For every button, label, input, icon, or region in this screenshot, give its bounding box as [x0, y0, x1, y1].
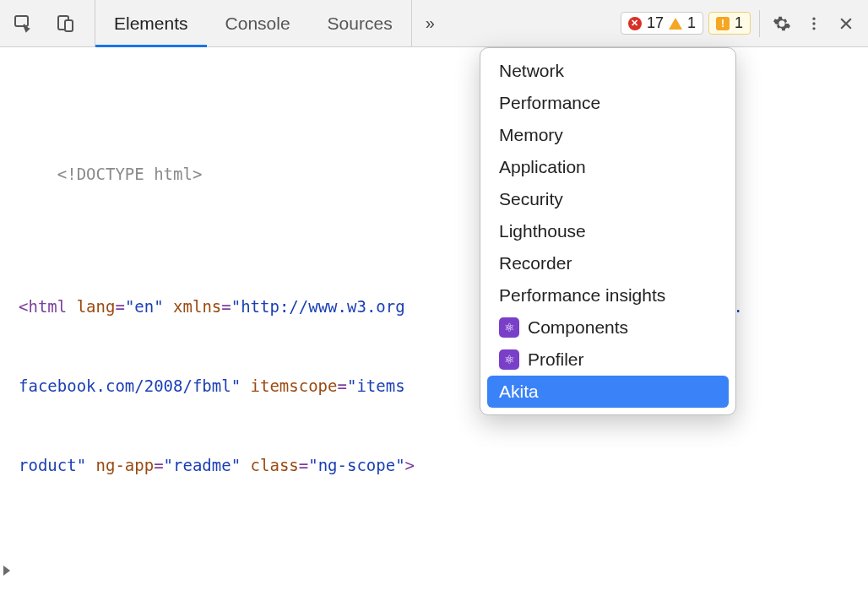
toolbar-left-controls [0, 0, 95, 46]
react-icon: ⚛ [499, 349, 519, 370]
html-open-line[interactable]: <html lang="en" xmlns="http://www.w3.org… [19, 294, 863, 320]
svg-point-4 [812, 22, 815, 24]
menu-item-recorder[interactable]: Recorder [487, 247, 729, 279]
html-open-line-3[interactable]: roduct" ng-app="readme" class="ng-scope"… [19, 452, 863, 479]
tab-console[interactable]: Console [207, 0, 309, 46]
expand-icon[interactable] [3, 566, 10, 576]
error-icon: ✕ [628, 17, 642, 30]
menu-item-memory[interactable]: Memory [487, 119, 729, 151]
error-warning-counter[interactable]: ✕ 17 1 [621, 12, 703, 35]
toolbar-right-controls: ✕ 17 1 ! 1 [621, 0, 868, 46]
svg-point-5 [812, 27, 815, 30]
menu-item-performance-insights[interactable]: Performance insights [487, 279, 729, 311]
device-toolbar-icon[interactable] [52, 10, 79, 37]
tabs-overflow-button[interactable]: » [411, 0, 448, 46]
menu-item-label: Components [528, 317, 628, 338]
warning-count: 1 [687, 14, 696, 32]
menu-item-react-profiler[interactable]: ⚛ Profiler [487, 344, 729, 376]
issues-count: 1 [735, 14, 743, 32]
elements-dom-tree[interactable]: <!DOCTYPE html> <html lang="en" xmlns="h… [0, 47, 868, 601]
menu-item-akita[interactable]: Akita [487, 376, 729, 408]
svg-rect-0 [15, 16, 28, 26]
menu-item-performance[interactable]: Performance [487, 87, 729, 119]
menu-item-application[interactable]: Application [487, 151, 729, 183]
issues-icon: ! [716, 17, 730, 30]
tab-sources[interactable]: Sources [309, 0, 411, 46]
react-icon: ⚛ [499, 317, 519, 338]
menu-item-security[interactable]: Security [487, 183, 729, 215]
menu-item-lighthouse[interactable]: Lighthouse [487, 215, 729, 247]
svg-point-3 [812, 17, 815, 19]
divider [759, 10, 760, 37]
menu-item-network[interactable]: Network [487, 55, 729, 87]
kebab-menu-icon[interactable] [800, 10, 827, 37]
inspect-element-icon[interactable] [10, 10, 37, 37]
panel-tabs: Elements Console Sources [95, 0, 411, 46]
svg-rect-2 [65, 20, 73, 31]
head-line[interactable]: <head>…</head> [19, 559, 863, 601]
doctype-line[interactable]: <!DOCTYPE html> [19, 135, 863, 214]
settings-icon[interactable] [768, 10, 795, 37]
issues-counter[interactable]: ! 1 [708, 12, 751, 35]
tabs-overflow-menu: Network Performance Memory Application S… [480, 47, 736, 415]
warning-icon [669, 18, 682, 30]
close-icon[interactable] [833, 10, 860, 37]
menu-item-label: Profiler [528, 349, 584, 370]
tab-elements[interactable]: Elements [95, 0, 207, 46]
menu-item-react-components[interactable]: ⚛ Components [487, 311, 729, 344]
html-open-line-2[interactable]: facebook.com/2008/fbml" itemscope="items… [19, 373, 863, 399]
error-count: 17 [647, 14, 664, 32]
devtools-toolbar: Elements Console Sources » ✕ 17 1 ! 1 [0, 0, 868, 47]
